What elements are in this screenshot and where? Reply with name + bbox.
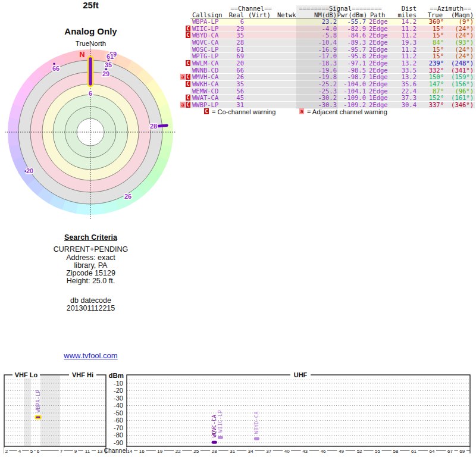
co-channel-warning-icon: C xyxy=(186,32,190,38)
cell-true-azimuth: 332° xyxy=(429,67,444,74)
spectrum-label-WIIC-LP: WIIC-LP xyxy=(217,410,223,433)
cell-nm-db: -10.4 xyxy=(318,39,337,46)
cell-callsign: WPTG-LP xyxy=(192,53,218,60)
dbm-tick--40: -40 xyxy=(114,402,123,409)
channel-tick-5: 5 xyxy=(30,449,33,454)
cell-nm-db: -19.8 xyxy=(318,74,337,80)
spectrum-label-WBYD-CA: WBYD-CA xyxy=(253,411,259,434)
channel-tick-43: 43 xyxy=(302,449,308,454)
cell-nm-db: 23.2 xyxy=(322,18,337,25)
radar-label-ch20: 20 xyxy=(26,167,33,174)
cell-dist-miles: 11.2 xyxy=(402,53,416,60)
cell-magn-azimuth: (161°) xyxy=(451,95,474,101)
cell-nm-db: -25.2 xyxy=(318,81,337,87)
cell-callsign: WNNB-CD xyxy=(192,67,218,74)
adjacent-channel-warning-icon: a xyxy=(299,108,304,114)
co-channel-warning-icon: C xyxy=(186,81,190,87)
cell-true-azimuth: 150° xyxy=(429,74,444,80)
cell-nm-db: -30.2 xyxy=(318,95,337,101)
cell-pwr-dbm: -109.2 xyxy=(343,102,366,108)
cell-dist-miles: 22.4 xyxy=(402,88,416,95)
co-channel-warning-icon: C xyxy=(186,60,190,66)
cell-true-azimuth: 15° xyxy=(433,26,444,32)
cell-nm-db: -30.3 xyxy=(318,102,337,108)
cell-pwr-dbm: -82.9 xyxy=(347,26,366,32)
cell-path: 2Edge xyxy=(369,46,388,53)
cell-callsign: WBYD-CA xyxy=(192,32,218,39)
spectrum-label-WQVC-CA: WQVC-CA xyxy=(211,415,217,438)
cell-true-azimuth: 84° xyxy=(433,39,444,46)
channel-tick-13: 13 xyxy=(98,449,103,454)
cell-real-channel: 6 xyxy=(240,18,244,25)
cell-real-channel: 56 xyxy=(236,88,244,95)
spectrum-marker-WIIC-LP xyxy=(218,436,223,439)
channel-tick-55: 55 xyxy=(375,449,380,454)
channel-tick-2: 2 xyxy=(5,449,8,454)
co-channel-legend-text: = Co-channel warning xyxy=(212,108,275,115)
cell-pwr-dbm: -84.6 xyxy=(347,32,366,39)
cell-true-azimuth: 87° xyxy=(433,88,444,95)
dbm-tick--10: -10 xyxy=(114,380,123,387)
cell-nm-db: -17.0 xyxy=(318,53,337,60)
cell-real-channel: 69 xyxy=(236,53,244,60)
cell-callsign: WWLM-CA xyxy=(192,60,218,67)
cell-magn-azimuth: (341°) xyxy=(451,67,474,74)
cell-callsign: WWKH-CA xyxy=(192,81,218,87)
cell-pwr-dbm: -95.8 xyxy=(347,53,366,60)
channel-tick-64: 64 xyxy=(430,449,435,454)
cell-path: 2Edge xyxy=(369,60,388,67)
tvfool-link[interactable]: www.tvfool.com xyxy=(64,351,117,360)
cell-dist-miles: 14.2 xyxy=(402,18,416,25)
cell-pwr-dbm: -104.1 xyxy=(343,88,366,95)
spectrum-marker-WBYD-CA xyxy=(254,437,259,440)
cell-dist-miles: 19.3 xyxy=(402,39,416,46)
channel-tick-40: 40 xyxy=(284,449,290,454)
co-channel-warning-icon: C xyxy=(204,108,209,114)
spectrum-marker-WQVC-CA xyxy=(212,441,217,444)
cell-magn-azimuth: (24°) xyxy=(455,53,474,60)
cell-real-channel: 66 xyxy=(236,67,244,74)
cell-true-azimuth: 239° xyxy=(429,60,444,67)
channel-tick-46: 46 xyxy=(321,449,326,454)
cell-pwr-dbm: -98.5 xyxy=(347,67,366,74)
cell-dist-miles: 11.2 xyxy=(402,26,416,32)
channel-tick-61: 61 xyxy=(411,449,416,454)
cell-dist-miles: 11.2 xyxy=(402,46,416,53)
cell-dist-miles: 37.3 xyxy=(402,95,416,101)
cell-real-channel: 28 xyxy=(236,39,244,46)
cell-pwr-dbm: -97.1 xyxy=(347,60,366,67)
cell-path: 1Edge xyxy=(369,95,388,101)
cell-true-azimuth: 147° xyxy=(429,81,444,87)
cell-real-channel: 26 xyxy=(236,74,244,80)
channel-tick-19: 19 xyxy=(157,449,162,454)
cell-real-channel: 29 xyxy=(236,26,244,32)
channel-tick-49: 49 xyxy=(339,449,344,454)
cell-magn-azimuth: (24°) xyxy=(455,46,474,53)
channel-tick-25: 25 xyxy=(193,449,199,454)
cell-magn-azimuth: (248°) xyxy=(451,60,474,67)
channel-tick-16: 16 xyxy=(139,449,145,454)
channel-tick-31: 31 xyxy=(230,449,235,454)
cell-callsign: WWAT-CA xyxy=(192,95,218,101)
cell-real-channel: 20 xyxy=(236,60,244,67)
cell-pwr-dbm: -109.0 xyxy=(343,95,366,101)
cell-true-azimuth: 360° xyxy=(429,18,444,25)
cell-callsign: WBPA-LP xyxy=(192,18,218,25)
cell-true-azimuth: 15° xyxy=(433,46,444,53)
cell-dist-miles: 13.2 xyxy=(402,74,416,80)
co-channel-warning-icon: C xyxy=(186,95,190,101)
cell-pwr-dbm: -55.7 xyxy=(347,18,366,25)
dbm-tick--80: -80 xyxy=(114,431,123,439)
channel-tick-6: 6 xyxy=(37,449,40,454)
cell-nm-db: -4.0 xyxy=(322,26,337,32)
cell-path: 2Edge xyxy=(369,53,388,60)
search-criteria-mode: CURRENT+PENDING xyxy=(0,246,181,253)
cell-dist-miles: 30.4 xyxy=(402,102,416,108)
channel-tick-34: 34 xyxy=(248,449,253,454)
cell-magn-azimuth: (9°) xyxy=(459,18,474,25)
dbm-tick--60: -60 xyxy=(114,417,123,424)
cell-nm-db: -5.8 xyxy=(322,32,337,39)
cell-true-azimuth: 337° xyxy=(429,102,444,108)
channel-axis-label: Channel xyxy=(104,447,127,454)
cell-pwr-dbm: -104.0 xyxy=(343,81,366,87)
